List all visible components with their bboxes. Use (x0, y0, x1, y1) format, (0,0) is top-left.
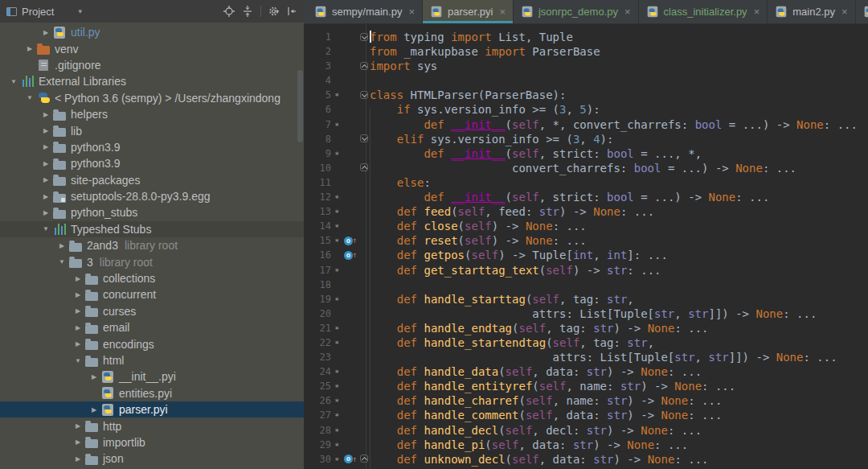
code-text[interactable]: def handle_decl(self, decl: str) -> None… (370, 423, 868, 438)
tree-item-2and3[interactable]: ▶2and3library root (0, 237, 304, 253)
code-line[interactable]: 30∗o↑ def unknown_decl(self, data: str) … (304, 452, 868, 467)
code-editor[interactable]: 1from typing import List, Tuple2from _ma… (304, 24, 868, 469)
hide-panel-icon[interactable] (286, 6, 297, 17)
tree-item-setuptools-28-8-0-py3-9-egg[interactable]: ▶setuptools-28.8.0-py3.9.egg (0, 188, 304, 204)
code-text[interactable]: convert_charrefs: bool = ...) -> None: .… (370, 161, 868, 175)
code-line[interactable]: 7∗ def __init__(self, *, convert_charref… (304, 117, 868, 132)
editor-tab-main2-py[interactable]: main2.py× (768, 0, 855, 23)
code-line[interactable]: 2from _markupbase import ParserBase (304, 44, 868, 59)
code-line[interactable]: 12∗ def __init__(self, strict: bool = ..… (304, 190, 868, 204)
tree-item-json[interactable]: ▶json (0, 450, 304, 467)
tree-item-lib[interactable]: ▶lib (0, 122, 304, 138)
tree-item-python3-9[interactable]: ▶python3.9 (0, 139, 304, 155)
code-line[interactable]: 16o↑ def getpos(self) -> Tuple[int, int]… (304, 248, 868, 262)
close-icon[interactable]: × (841, 6, 848, 18)
code-line[interactable]: 5∗class HTMLParser(ParserBase): (304, 88, 868, 102)
editor-tab-parser-pyi[interactable]: parser.pyi× (423, 0, 514, 23)
code-text[interactable]: def close(self) -> None: ... (370, 219, 868, 233)
tree-item-python-stubs[interactable]: ▶python_stubs (0, 204, 304, 220)
chevron-collapsed-icon[interactable]: ▶ (23, 45, 37, 52)
code-text[interactable]: def get_starttag_text(self) -> str: ... (370, 263, 868, 278)
tree-item-typeshed-stubs[interactable]: ▼Typeshed Stubs (0, 221, 304, 237)
code-text[interactable]: def handle_endtag(self, tag: str) -> Non… (370, 321, 868, 335)
tree-item-python3-9[interactable]: ▶python3.9 (0, 155, 304, 171)
tree-item-http[interactable]: ▶http (0, 418, 304, 434)
editor-tab-entities-pyi[interactable]: entities.pyi× (856, 0, 868, 23)
close-icon[interactable]: × (499, 6, 506, 18)
code-line[interactable]: 6 if sys.version_info >= (3, 5): (304, 102, 868, 117)
chevron-collapsed-icon[interactable]: ▶ (71, 291, 85, 298)
code-line[interactable]: 27∗ def handle_comment(self, data: str) … (304, 408, 868, 422)
gear-icon[interactable]: ▾ (268, 6, 279, 17)
code-text[interactable]: def __init__(self, *, convert_charrefs: … (370, 117, 868, 132)
code-text[interactable]: def handle_entityref(self, name: str) ->… (370, 379, 868, 393)
chevron-collapsed-icon[interactable]: ▶ (71, 455, 85, 463)
tree-item-3[interactable]: ▼3library root (0, 253, 304, 269)
tree-item-venv[interactable]: ▶venv (0, 40, 304, 56)
tree-item-curses[interactable]: ▶curses (0, 303, 304, 319)
code-line[interactable]: 15∗o↑ def reset(self) -> None: ... (304, 233, 868, 248)
close-icon[interactable]: × (624, 6, 631, 18)
code-text[interactable]: def reset(self) -> None: ... (370, 233, 868, 248)
code-line[interactable]: 13∗ def feed(self, feed: str) -> None: .… (304, 204, 868, 219)
code-line[interactable]: 24∗ def handle_data(self, data: str) -> … (304, 364, 868, 379)
fold-region-end-icon[interactable] (360, 163, 368, 171)
tree-item-external-libraries[interactable]: ▼External Libraries (0, 73, 304, 89)
code-text[interactable]: def unknown_decl(self, data: str) -> Non… (370, 452, 868, 467)
tree-item-site-packages[interactable]: ▶site-packages (0, 172, 304, 188)
code-text[interactable]: def __init__(self, strict: bool = ..., *… (370, 146, 868, 161)
chevron-collapsed-icon[interactable]: ▶ (71, 275, 85, 282)
tree-item-encodings[interactable]: ▶encodings (0, 335, 304, 352)
code-line[interactable]: 21∗ def handle_endtag(self, tag: str) ->… (304, 321, 868, 335)
chevron-collapsed-icon[interactable]: ▶ (71, 422, 85, 430)
code-line[interactable]: 23 attrs: List[Tuple[str, str]]) -> None… (304, 350, 868, 364)
tree-item-util-py[interactable]: ▶util.py (0, 24, 304, 40)
chevron-collapsed-icon[interactable]: ▶ (39, 143, 53, 150)
code-text[interactable]: def getpos(self) -> Tuple[int, int]: ... (370, 248, 868, 262)
close-icon[interactable]: × (408, 6, 415, 18)
chevron-collapsed-icon[interactable]: ▶ (87, 406, 101, 413)
tree-item--gitignore[interactable]: .gitignore (0, 57, 304, 73)
tree-item-helpers[interactable]: ▶helpers (0, 106, 304, 122)
overrides-method-icon[interactable]: o↑ (342, 233, 360, 248)
code-line[interactable]: 4 (304, 73, 868, 88)
code-text[interactable]: from typing import List, Tuple (370, 30, 868, 44)
locate-icon[interactable] (223, 6, 235, 17)
tree-item-collections[interactable]: ▶collections (0, 270, 304, 286)
code-line[interactable]: 9∗ def __init__(self, strict: bool = ...… (304, 146, 868, 161)
code-line[interactable]: 10 convert_charrefs: bool = ...) -> None… (304, 161, 868, 175)
code-text[interactable]: elif sys.version_info >= (3, 4): (370, 132, 868, 146)
code-text[interactable]: def handle_comment(self, data: str) -> N… (370, 408, 868, 422)
chevron-down-icon[interactable]: ▾ (78, 7, 82, 15)
chevron-collapsed-icon[interactable]: ▶ (39, 29, 53, 36)
code-line[interactable]: 25∗ def handle_entityref(self, name: str… (304, 379, 868, 393)
chevron-collapsed-icon[interactable]: ▶ (39, 127, 53, 134)
code-line[interactable]: 19∗ def handle_starttag(self, tag: str, (304, 292, 868, 306)
tree-item-concurrent[interactable]: ▶concurrent (0, 286, 304, 302)
code-text[interactable]: class HTMLParser(ParserBase): (370, 88, 868, 102)
code-text[interactable]: def feed(self, feed: str) -> None: ... (370, 204, 868, 219)
code-line[interactable]: 14∗ def close(self) -> None: ... (304, 219, 868, 233)
fold-region-start-icon[interactable] (360, 134, 368, 142)
chevron-expanded-icon[interactable]: ▼ (71, 357, 85, 364)
code-text[interactable]: attrs: List[Tuple[str, str]]) -> None: .… (370, 350, 868, 364)
chevron-collapsed-icon[interactable]: ▶ (39, 193, 53, 200)
code-text[interactable]: if sys.version_info >= (3, 5): (370, 102, 868, 117)
chevron-collapsed-icon[interactable]: ▶ (55, 242, 69, 249)
code-line[interactable]: 26∗ def handle_charref(self, name: str) … (304, 393, 868, 408)
code-text[interactable]: def handle_pi(self, data: str) -> None: … (370, 438, 868, 452)
chevron-collapsed-icon[interactable]: ▶ (39, 176, 53, 183)
code-text[interactable]: def handle_charref(self, name: str) -> N… (370, 393, 868, 408)
fold-region-end-icon[interactable] (360, 62, 368, 70)
code-line[interactable]: 22∗ def handle_startendtag(self, tag: st… (304, 335, 868, 350)
tree-item-email[interactable]: ▶email (0, 319, 304, 335)
tree-item--python-3-6-sempy-users-zhangxindong[interactable]: ▼< Python 3.6 (sempy) > /Users/zhangxind… (0, 90, 304, 106)
chevron-collapsed-icon[interactable]: ▶ (71, 340, 85, 348)
code-text[interactable] (370, 73, 868, 88)
code-line[interactable]: 28∗ def handle_decl(self, decl: str) -> … (304, 423, 868, 438)
chevron-collapsed-icon[interactable]: ▶ (87, 373, 101, 381)
chevron-expanded-icon[interactable]: ▼ (55, 258, 69, 265)
chevron-collapsed-icon[interactable]: ▶ (71, 307, 85, 315)
tree-item-entities-pyi[interactable]: entities.pyi (0, 385, 304, 401)
chevron-collapsed-icon[interactable]: ▶ (71, 324, 85, 331)
